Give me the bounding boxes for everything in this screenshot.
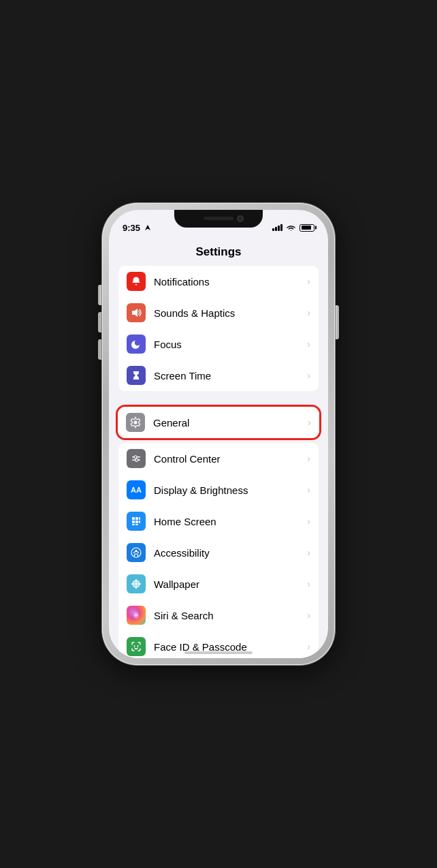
- home-screen-label: Home Screen: [154, 516, 307, 527]
- siri-label: Siri & Search: [154, 610, 307, 621]
- chevron-right-icon: ›: [307, 547, 310, 558]
- home-indicator: [184, 651, 253, 654]
- focus-icon: [127, 335, 146, 354]
- front-camera: [237, 215, 244, 222]
- sidebar-item-display-brightness[interactable]: AA Display & Brightness ›: [118, 474, 319, 506]
- svg-point-16: [131, 548, 141, 557]
- moon-icon: [131, 339, 142, 350]
- sliders-icon: [131, 453, 142, 464]
- settings-group-3: Control Center › AA Display & Brightness…: [118, 443, 319, 658]
- general-highlight-wrapper: General ›: [116, 405, 321, 440]
- svg-rect-13: [135, 524, 138, 525]
- sidebar-item-control-center[interactable]: Control Center ›: [118, 443, 319, 474]
- sidebar-item-siri[interactable]: Siri & Search ›: [118, 600, 319, 631]
- face-id-label: Face ID & Passcode: [154, 641, 307, 653]
- grid-icon: [131, 516, 142, 527]
- screen-content[interactable]: Settings Notifications ›: [109, 240, 328, 658]
- face-id-icon: [127, 637, 146, 656]
- svg-rect-15: [139, 521, 140, 523]
- status-time: 9:35: [123, 223, 151, 233]
- svg-rect-0: [132, 311, 135, 315]
- notifications-label: Notifications: [154, 276, 307, 288]
- sidebar-item-screen-time[interactable]: Screen Time ›: [118, 360, 319, 391]
- svg-rect-10: [132, 521, 135, 523]
- control-center-label: Control Center: [154, 453, 307, 465]
- battery-icon: [300, 224, 314, 232]
- hourglass-icon: [131, 370, 142, 381]
- svg-rect-14: [139, 517, 140, 520]
- sidebar-item-general[interactable]: General ›: [118, 407, 319, 438]
- focus-label: Focus: [154, 339, 307, 350]
- chevron-right-icon: ›: [307, 276, 310, 287]
- speaker-icon: [131, 307, 142, 318]
- gear-icon: [129, 416, 142, 429]
- svg-rect-3: [137, 456, 140, 458]
- wallpaper-icon: [127, 574, 146, 593]
- svg-point-1: [134, 421, 137, 424]
- page-title: Settings: [109, 240, 328, 266]
- chevron-right-icon: ›: [308, 417, 311, 428]
- control-center-icon: [127, 449, 146, 468]
- sidebar-item-focus[interactable]: Focus ›: [118, 328, 319, 360]
- svg-point-22: [137, 583, 141, 585]
- aa-text: AA: [131, 486, 142, 494]
- general-icon: [126, 413, 145, 432]
- screen-time-icon: [127, 366, 146, 385]
- chevron-right-icon: ›: [307, 610, 310, 621]
- chevron-right-icon: ›: [307, 339, 310, 350]
- chevron-right-icon: ›: [307, 453, 310, 464]
- chevron-right-icon: ›: [307, 370, 310, 381]
- accessibility-icon: [127, 543, 146, 562]
- display-brightness-label: Display & Brightness: [154, 484, 307, 496]
- chevron-right-icon: ›: [307, 484, 310, 495]
- home-screen-icon: [127, 512, 146, 531]
- flower-icon: [131, 578, 142, 589]
- chevron-right-icon: ›: [307, 578, 310, 589]
- svg-point-20: [135, 585, 137, 589]
- sidebar-item-wallpaper[interactable]: Wallpaper ›: [118, 568, 319, 600]
- faceid-symbol-icon: [131, 641, 142, 652]
- speaker-grille: [204, 217, 233, 220]
- sidebar-item-accessibility[interactable]: Accessibility ›: [118, 537, 319, 568]
- accessibility-label: Accessibility: [154, 547, 307, 559]
- signal-strength-icon: [272, 224, 282, 231]
- svg-point-21: [131, 583, 135, 585]
- sidebar-item-home-screen[interactable]: Home Screen ›: [118, 506, 319, 537]
- screen-time-label: Screen Time: [154, 370, 307, 382]
- sidebar-item-sounds[interactable]: Sounds & Haptics ›: [118, 297, 319, 328]
- svg-point-7: [135, 459, 138, 461]
- settings-group-1: Notifications › Sounds & Haptics ›: [118, 266, 319, 391]
- status-icons: [272, 223, 314, 232]
- wifi-icon: [286, 223, 296, 232]
- svg-rect-11: [135, 521, 138, 523]
- sidebar-item-notifications[interactable]: Notifications ›: [118, 266, 319, 297]
- sounds-icon: [127, 303, 146, 322]
- wallpaper-label: Wallpaper: [154, 578, 307, 590]
- bell-icon: [131, 276, 142, 287]
- svg-point-19: [135, 579, 137, 583]
- svg-rect-12: [132, 524, 135, 525]
- siri-icon: [127, 606, 146, 625]
- display-brightness-icon: AA: [127, 480, 146, 499]
- general-highlight-border: General ›: [116, 405, 321, 440]
- notch: [174, 210, 263, 228]
- sounds-label: Sounds & Haptics: [154, 307, 307, 319]
- notifications-icon: [127, 272, 146, 291]
- chevron-right-icon: ›: [307, 516, 310, 527]
- siri-symbol-icon: [131, 610, 142, 621]
- chevron-right-icon: ›: [307, 641, 310, 652]
- svg-rect-9: [135, 517, 138, 520]
- svg-rect-5: [132, 460, 135, 461]
- general-label: General: [153, 417, 308, 429]
- sidebar-item-face-id[interactable]: Face ID & Passcode ›: [118, 631, 319, 658]
- chevron-right-icon: ›: [307, 307, 310, 318]
- svg-point-18: [135, 583, 137, 585]
- svg-point-4: [134, 456, 137, 459]
- phone-screen: 9:35: [109, 210, 328, 658]
- person-circle-icon: [131, 547, 142, 558]
- time-display: 9:35: [123, 223, 140, 233]
- location-icon: [144, 224, 151, 231]
- svg-rect-8: [132, 517, 135, 520]
- phone-frame: 9:35: [102, 203, 335, 665]
